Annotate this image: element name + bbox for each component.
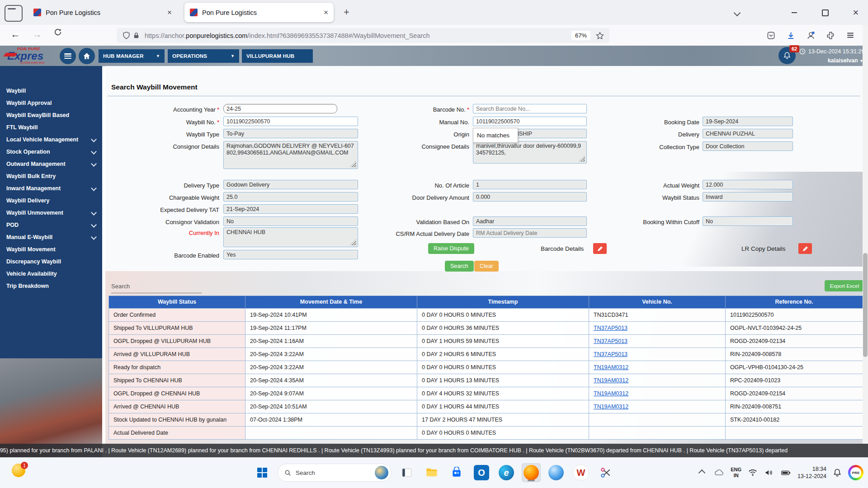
vehicle-link[interactable]: TN37AP5013 — [594, 351, 627, 357]
extensions-icon[interactable] — [826, 30, 835, 40]
export-excel-button[interactable]: Export Excel — [825, 280, 864, 291]
speaker-icon[interactable] — [764, 468, 774, 478]
sidebar-item-ftl-waybill[interactable]: FTL Waybill — [0, 122, 102, 134]
window-maximize-button[interactable] — [818, 7, 832, 18]
module-dropdown[interactable]: OPERATIONS ▼ — [168, 49, 239, 63]
home-button[interactable] — [79, 48, 95, 64]
sidebar-item-manual-e-waybill[interactable]: Manual E-Waybill — [0, 231, 102, 244]
sidebar-item-waybill-movement[interactable]: Waybill Movement — [0, 244, 102, 256]
door-delivery-amount-input[interactable] — [473, 192, 587, 202]
taskbar-notification-app[interactable]: 1 — [12, 464, 30, 482]
tab-close-icon[interactable]: × — [324, 8, 328, 17]
consignor-validation-input[interactable] — [223, 216, 358, 226]
sidebar-item-vehicle-availability[interactable]: Vehicle Availability — [0, 268, 102, 280]
firefox-button-active[interactable] — [522, 463, 541, 482]
firefox-view-icon[interactable] — [5, 5, 23, 22]
tray-bell-icon[interactable] — [833, 468, 842, 477]
barcode-details-edit-button[interactable] — [593, 243, 607, 254]
currently-in-textarea[interactable] — [223, 227, 358, 247]
taskbar-clock[interactable]: 18:3413-12-2024 — [797, 465, 826, 480]
sidebar-item-local-vehicle-management[interactable]: Local Vehicle Management — [0, 134, 102, 146]
waybill-no-input[interactable] — [223, 117, 358, 126]
lr-copy-details-edit-button[interactable] — [798, 243, 812, 254]
lock-icon[interactable] — [131, 31, 141, 41]
window-minimize-button[interactable] — [788, 7, 801, 18]
browser-tab-1[interactable]: Pon Pure Logistics × — [28, 3, 177, 22]
booking-date-input[interactable] — [703, 117, 793, 126]
vehicle-link[interactable]: TN37AP5013 — [594, 338, 627, 344]
pre-app-button[interactable]: PRE — [848, 465, 863, 480]
menu-icon[interactable] — [845, 30, 855, 40]
battery-icon[interactable] — [780, 468, 791, 478]
tray-expand-button[interactable] — [696, 463, 707, 482]
reload-button[interactable] — [51, 28, 65, 38]
consignee-details-textarea[interactable] — [473, 141, 587, 164]
new-tab-button[interactable]: + — [344, 6, 349, 18]
onedrive-cloud-icon[interactable] — [713, 467, 724, 478]
cs-rm-actual-delivery-date-input[interactable] — [473, 228, 587, 238]
sidebar-item-waybill-ewaybill-based[interactable]: Waybill EwayBill Based — [0, 109, 102, 122]
edge-button[interactable]: e — [497, 463, 516, 482]
sidebar-item-discrepancy-waybill[interactable]: Discrepancy Waybill — [0, 256, 102, 268]
table-search-input[interactable] — [111, 284, 202, 293]
microsoft-store-button[interactable] — [447, 463, 466, 482]
user-menu[interactable]: kalaiselvan ▼ — [796, 57, 863, 64]
scrollbar-thumb[interactable] — [863, 253, 868, 357]
task-view-button[interactable] — [397, 463, 416, 482]
consignor-details-textarea[interactable] — [223, 141, 358, 169]
sidebar-item-waybill-approval[interactable]: Waybill Approval — [0, 97, 102, 109]
sidebar-item-waybill-bulk-entry[interactable]: Waybill Bulk Entry — [0, 170, 102, 183]
expected-delivery-tat-input[interactable] — [223, 204, 358, 214]
sidebar-item-waybill-unmovement[interactable]: Waybill Unmovement — [0, 207, 102, 219]
menu-toggle-button[interactable] — [60, 48, 76, 64]
window-close-button[interactable]: × — [849, 7, 863, 18]
barcode-no-input[interactable] — [473, 104, 587, 113]
url-bar[interactable]: https://anchor.ponpurelogistics.com/inde… — [117, 28, 609, 43]
sidebar-item-trip-breakdown[interactable]: Trip Breakdown — [0, 280, 102, 292]
sidebar-item-pod[interactable]: POD — [0, 219, 102, 231]
browser-tab-2-active[interactable]: Pon Pure Logistics × — [184, 3, 334, 22]
outlook-button[interactable]: O — [472, 463, 491, 482]
back-button[interactable]: ← — [8, 29, 23, 40]
waybill-type-input[interactable] — [223, 129, 358, 138]
raise-dispute-button[interactable]: Raise Dispute — [428, 243, 474, 254]
forward-button[interactable]: → — [30, 29, 44, 40]
sidebar-item-inward-management[interactable]: Inward Management — [0, 183, 102, 195]
no-of-article-input[interactable] — [473, 180, 587, 189]
browser-sphere-button[interactable] — [547, 463, 566, 482]
search-button[interactable]: Search — [445, 261, 474, 272]
vehicle-link[interactable]: TN37AP5013 — [594, 325, 627, 331]
scrollbar-track[interactable] — [863, 25, 868, 457]
actual-weight-input[interactable] — [703, 180, 793, 189]
sidebar-item-waybill-delivery[interactable]: Waybill Delivery — [0, 195, 102, 207]
delivery-input[interactable] — [703, 129, 793, 138]
barcode-enabled-input[interactable] — [223, 250, 358, 259]
taskbar-search[interactable]: Search — [278, 464, 392, 482]
vehicle-link[interactable]: TN19AM0312 — [594, 404, 628, 410]
hub-selector[interactable]: VILLUPURAM HUB — [242, 49, 313, 63]
tracking-shield-icon[interactable] — [121, 31, 131, 41]
booking-within-cutoff-input[interactable] — [703, 216, 793, 226]
vehicle-link[interactable]: TN19AM0312 — [594, 390, 628, 397]
downloads-icon[interactable] — [786, 30, 796, 40]
role-dropdown[interactable]: HUB MANAGER ▼ — [99, 49, 165, 63]
zoom-level-badge[interactable]: 67% — [571, 31, 590, 40]
pocket-icon[interactable] — [766, 30, 776, 40]
vehicle-link[interactable]: TN19AM0312 — [594, 377, 628, 384]
validation-based-on-input[interactable] — [473, 216, 587, 226]
clear-button[interactable]: Clear — [474, 261, 499, 272]
sidebar-item-outward-management[interactable]: Outward Management — [0, 158, 102, 170]
bookmark-star-icon[interactable] — [595, 31, 605, 41]
language-indicator[interactable]: ENGIN — [731, 467, 741, 479]
list-tabs-icon[interactable] — [730, 7, 744, 18]
sidebar-item-waybill[interactable]: Waybill — [0, 85, 102, 97]
accounting-year-input[interactable] — [223, 104, 337, 113]
wifi-icon[interactable] — [748, 468, 758, 478]
vehicle-link[interactable]: TN19AM0312 — [594, 364, 628, 371]
file-explorer-button[interactable] — [422, 463, 441, 482]
start-button[interactable] — [253, 463, 272, 482]
search-highlight-image[interactable] — [375, 466, 388, 479]
snipping-tool-button[interactable] — [596, 463, 615, 482]
collection-type-input[interactable] — [703, 141, 793, 151]
wps-office-button[interactable]: W — [571, 463, 590, 482]
